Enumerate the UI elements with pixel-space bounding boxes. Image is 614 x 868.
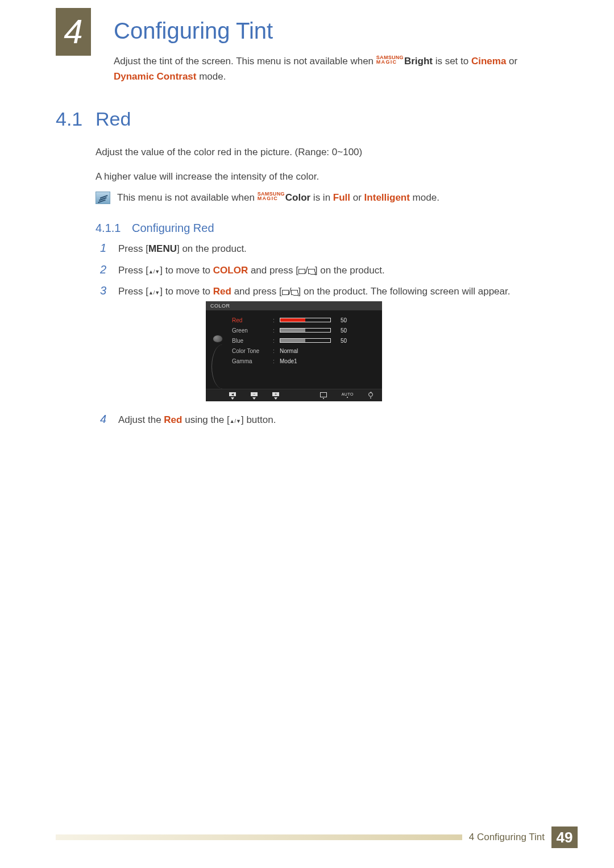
osd-auto-label: AUTO — [342, 392, 354, 399]
intro-paragraph: Adjust the tint of the screen. This menu… — [114, 53, 546, 84]
source-icon — [291, 290, 298, 295]
colon: : — [273, 327, 276, 334]
step-4: 4 Adjust the Red using the [] button. — [100, 413, 546, 427]
osd-panel: COLOR Red:50Green:50Blue:50Color Tone:No… — [206, 301, 382, 401]
osd-row-label: Red — [230, 317, 269, 323]
source-icon — [308, 269, 315, 274]
samsung-magic-label: SAMSUNGMAGIC — [258, 192, 285, 201]
chapter-number: 4 — [64, 15, 82, 49]
subsection-title: Configuring Red — [132, 222, 214, 235]
step-1: 1 Press [MENU] on the product. — [100, 242, 546, 256]
up-down-icon — [148, 286, 160, 297]
step-3: 3 Press [] to move to Red and press [/] … — [100, 284, 546, 299]
palette-icon — [213, 335, 222, 342]
intro-text: Adjust the tint of the screen. This menu… — [114, 56, 376, 67]
osd-row-label: Gamma — [230, 358, 269, 364]
enter-icon — [298, 269, 305, 274]
osd-footer: ◄ − + AUTO — [206, 389, 382, 401]
osd-rows: Red:50Green:50Blue:50Color Tone:NormalGa… — [230, 310, 382, 389]
enter-icon — [282, 290, 289, 295]
page-number: 49 — [551, 827, 578, 848]
osd-side-column — [206, 310, 230, 389]
chapter-tab: 4 — [56, 8, 91, 56]
osd-value: Normal — [280, 348, 298, 354]
osd-row-color-tone: Color Tone:Normal — [230, 346, 376, 356]
section-title: Red — [96, 108, 131, 130]
body-text-1: Adjust the value of the color red in the… — [96, 145, 546, 160]
osd-row-label: Color Tone — [230, 348, 269, 354]
note-text: This menu is not available when SAMSUNGM… — [117, 190, 439, 205]
colon: : — [273, 348, 276, 354]
step-number: 2 — [100, 263, 110, 276]
osd-power-icon — [368, 392, 373, 399]
osd-row-label: Blue — [230, 338, 269, 344]
osd-value: 50 — [334, 327, 347, 334]
osd-row-green: Green:50 — [230, 325, 376, 335]
osd-enter-icon — [320, 392, 327, 399]
page-title: Configuring Tint — [114, 18, 273, 44]
osd-row-red: Red:50 — [230, 315, 376, 325]
up-down-icon — [230, 414, 241, 425]
osd-row-blue: Blue:50 — [230, 335, 376, 346]
osd-back-icon: ◄ — [229, 392, 237, 400]
footer-gradient — [56, 834, 462, 840]
step-number: 1 — [100, 242, 110, 255]
bright-word: Bright — [404, 56, 433, 67]
osd-curve-decoration — [211, 344, 224, 389]
cinema-word: Cinema — [471, 56, 506, 67]
footer-chapter-label: 4 Configuring Tint — [462, 832, 551, 843]
step-number: 4 — [100, 413, 110, 426]
osd-plus-icon: + — [272, 392, 280, 400]
osd-slider — [280, 318, 331, 322]
note-row: This menu is not available when SAMSUNGM… — [96, 190, 546, 205]
osd-row-gamma: Gamma:Mode1 — [230, 356, 376, 366]
section-number: 4.1 — [56, 108, 82, 130]
colon: : — [273, 338, 276, 344]
osd-value: 50 — [334, 338, 347, 344]
osd-slider — [280, 338, 331, 343]
up-down-icon — [148, 265, 160, 276]
note-icon — [96, 192, 110, 204]
osd-row-label: Green — [230, 327, 269, 334]
colon: : — [273, 317, 276, 323]
step-2: 2 Press [] to move to COLOR and press [/… — [100, 263, 546, 278]
colon: : — [273, 358, 276, 364]
subsection-number: 4.1.1 — [96, 222, 121, 235]
step-number: 3 — [100, 284, 110, 297]
osd-slider — [280, 328, 331, 333]
osd-value: 50 — [334, 317, 347, 323]
osd-title: COLOR — [206, 301, 382, 310]
body-text-2: A higher value will increase the intensi… — [96, 169, 546, 184]
dynamic-contrast-word: Dynamic Contrast — [114, 71, 196, 82]
osd-value: Mode1 — [280, 358, 297, 364]
samsung-magic-label: SAMSUNGMAGIC — [376, 55, 404, 64]
page-footer: 4 Configuring Tint 49 — [56, 827, 578, 848]
osd-minus-icon: − — [250, 392, 258, 400]
